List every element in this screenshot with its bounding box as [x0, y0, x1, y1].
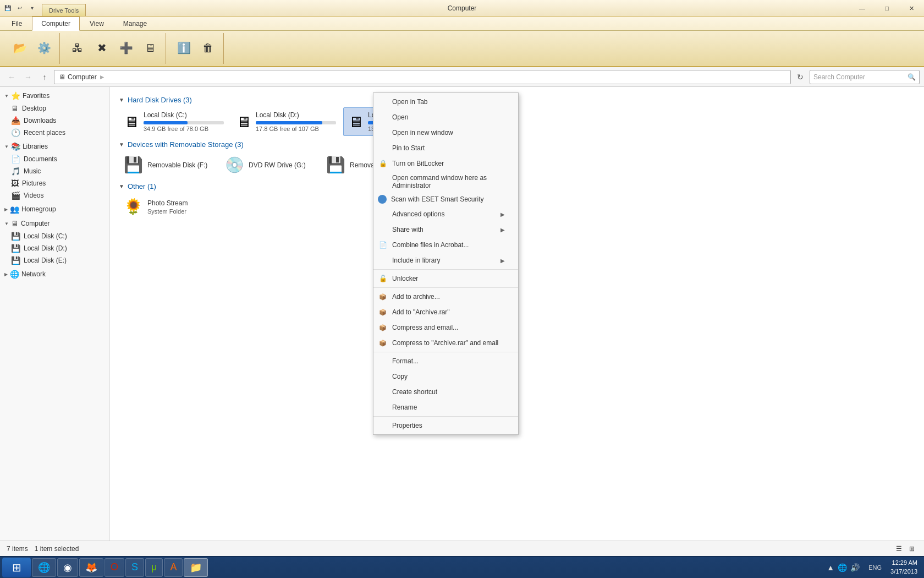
drive-item-c[interactable]: 🖥 Local Disk (C:) 34.9 GB free of 78.0 G…: [119, 107, 229, 136]
tab-file[interactable]: File: [2, 17, 31, 30]
disk-e-icon: 💾: [11, 256, 20, 265]
tray-network[interactable]: 🌐: [838, 563, 847, 572]
ctx-bitlocker[interactable]: 🔒 Turn on BitLocker: [373, 156, 518, 171]
collapse-triangle-favorites: ▼: [4, 94, 9, 99]
ctx-pin-start[interactable]: Pin to Start: [373, 140, 518, 156]
ctx-open-new-window[interactable]: Open in new window: [373, 125, 518, 140]
forward-button[interactable]: →: [21, 70, 35, 84]
ctx-compress-email[interactable]: 📦 Compress and email...: [373, 320, 518, 335]
taskbar-avast[interactable]: A: [164, 558, 183, 577]
up-button[interactable]: ↑: [37, 70, 52, 84]
ctx-pin-label: Pin to Start: [392, 144, 505, 152]
ctx-open-in-tab[interactable]: Open in Tab: [373, 94, 518, 110]
tab-view[interactable]: View: [80, 17, 113, 30]
open-location-btn[interactable]: 📂: [9, 35, 31, 62]
ctx-combine-acrobat[interactable]: 📄 Combine files in Acrobat...: [373, 237, 518, 253]
start-button[interactable]: ⊞: [2, 558, 31, 577]
ctx-cmd-label: Open command window here as Administrato…: [392, 174, 505, 189]
ctx-add-archive-rar[interactable]: 📦 Add to "Archive.rar": [373, 304, 518, 320]
sidebar-item-local-c[interactable]: 💾 Local Disk (C:): [0, 230, 109, 242]
sidebar-item-documents[interactable]: 📄 Documents: [0, 153, 109, 165]
close-button[interactable]: ✕: [899, 0, 924, 17]
list-view-btn[interactable]: ☰: [893, 543, 904, 554]
ctx-properties-label: Properties: [392, 422, 505, 429]
ctx-share-with[interactable]: Share with ▶: [373, 222, 518, 237]
maximize-button[interactable]: □: [875, 0, 899, 17]
ctx-open-icon: [378, 112, 388, 122]
sidebar-item-downloads[interactable]: 📥 Downloads: [0, 114, 109, 127]
sidebar-section-network: ▶ 🌐 Network: [0, 268, 109, 281]
removable-item-f[interactable]: 💾 Removable Disk (F:): [119, 152, 218, 178]
sidebar-item-local-d[interactable]: 💾 Local Disk (D:): [0, 242, 109, 254]
ctx-compress-rar-email[interactable]: 📦 Compress to "Archive.rar" and email: [373, 335, 518, 351]
ctx-properties[interactable]: Properties: [373, 418, 518, 433]
address-path[interactable]: 🖥 Computer ►: [54, 70, 791, 84]
drive-d-info: Local Disk (D:) 17.8 GB free of 107 GB: [256, 111, 336, 132]
sidebar-item-recent[interactable]: 🕐 Recent places: [0, 127, 109, 139]
uninstall-btn[interactable]: 🗑: [197, 35, 219, 62]
taskbar-utorrent[interactable]: μ: [145, 558, 163, 577]
ctx-include-library[interactable]: Include in library ▶: [373, 253, 518, 268]
qa-dropdown[interactable]: ▾: [26, 3, 37, 14]
drive-tools-tab[interactable]: Drive Tools: [42, 4, 86, 16]
undo-button[interactable]: ↩: [14, 3, 25, 14]
disconnect-btn[interactable]: ✖: [91, 35, 113, 62]
sidebar-homegroup-header[interactable]: ▶ 👥 Homegroup: [0, 203, 109, 216]
ctx-copy[interactable]: Copy: [373, 369, 518, 384]
add-network-btn[interactable]: ➕: [115, 35, 137, 62]
ctx-rename[interactable]: Rename: [373, 400, 518, 415]
tab-manage[interactable]: Manage: [114, 17, 156, 30]
back-button[interactable]: ←: [4, 70, 19, 84]
system-props-btn[interactable]: ℹ️: [173, 35, 195, 62]
tab-computer[interactable]: Computer: [32, 17, 80, 31]
sidebar-item-music[interactable]: 🎵 Music: [0, 165, 109, 177]
dvd-g-info: DVD RW Drive (G:): [249, 161, 314, 169]
ctx-unlocker[interactable]: 🔓 Unlocker: [373, 271, 518, 286]
taskbar-skype[interactable]: S: [125, 558, 144, 577]
sidebar-computer-header[interactable]: ▼ 🖥 Computer: [0, 217, 109, 230]
ctx-open[interactable]: Open: [373, 110, 518, 125]
ctx-add-archive[interactable]: 📦 Add to archive...: [373, 289, 518, 304]
ctx-acrobat-icon: 📄: [378, 240, 388, 250]
music-label: Music: [24, 167, 41, 175]
minimize-button[interactable]: —: [850, 0, 875, 17]
view-buttons: ☰ ⊞: [893, 543, 917, 554]
taskbar-firefox[interactable]: 🦊: [79, 558, 103, 577]
ctx-advanced[interactable]: Advanced options ▶: [373, 206, 518, 222]
ctx-eset[interactable]: Scan with ESET Smart Security: [373, 192, 518, 206]
refresh-button[interactable]: ↻: [793, 70, 807, 84]
ctx-format[interactable]: Format...: [373, 353, 518, 369]
ctx-rename-icon: [378, 402, 388, 412]
dvd-item-g[interactable]: 💿 DVD RW Drive (G:): [220, 152, 319, 178]
taskbar-explorer[interactable]: 📁: [184, 558, 208, 577]
photo-stream-info: Photo Stream System Folder: [147, 199, 213, 215]
sidebar-favorites-header[interactable]: ▼ ⭐ Favorites: [0, 89, 109, 102]
manage-btn[interactable]: 🖥: [139, 35, 161, 62]
sidebar-libraries-header[interactable]: ▼ 📚 Libraries: [0, 140, 109, 153]
sidebar-item-videos[interactable]: 🎬 Videos: [0, 189, 109, 201]
taskbar-chrome[interactable]: ◉: [57, 558, 78, 577]
sidebar-network-header[interactable]: ▶ 🌐 Network: [0, 268, 109, 281]
sidebar-item-local-e[interactable]: 💾 Local Disk (E:): [0, 254, 109, 266]
disk-c-icon: 💾: [11, 232, 20, 241]
skype-icon: S: [131, 561, 138, 573]
open-settings-btn[interactable]: ⚙️: [33, 35, 55, 62]
ctx-shortcut-label: Create shortcut: [392, 388, 505, 396]
ribbon-content: 📂 ⚙️ 🖧 ✖ ➕ 🖥 ℹ️ 🗑: [0, 31, 924, 66]
sidebar-item-pictures[interactable]: 🖼 Pictures: [0, 177, 109, 189]
save-button[interactable]: 💾: [2, 3, 13, 14]
grid-view-btn[interactable]: ⊞: [906, 543, 917, 554]
desktop-label: Desktop: [22, 105, 46, 112]
tray-arrow[interactable]: ▲: [827, 563, 834, 572]
taskbar-ie[interactable]: 🌐: [32, 558, 56, 577]
taskbar-opera[interactable]: O: [105, 558, 124, 577]
sidebar-item-desktop[interactable]: 🖥 Desktop: [0, 102, 109, 114]
map-drive-btn[interactable]: 🖧: [67, 35, 89, 62]
ctx-create-shortcut[interactable]: Create shortcut: [373, 384, 518, 400]
ctx-cmd-admin[interactable]: Open command window here as Administrato…: [373, 171, 518, 192]
photo-stream-item[interactable]: 🌻 Photo Stream System Folder: [119, 194, 218, 220]
clock[interactable]: 12:29 AM 3/17/2013: [886, 559, 922, 576]
search-box[interactable]: Search Computer 🔍: [810, 70, 920, 84]
tray-sound[interactable]: 🔊: [850, 563, 860, 572]
drive-item-d[interactable]: 🖥 Local Disk (D:) 17.8 GB free of 107 GB: [231, 107, 341, 136]
